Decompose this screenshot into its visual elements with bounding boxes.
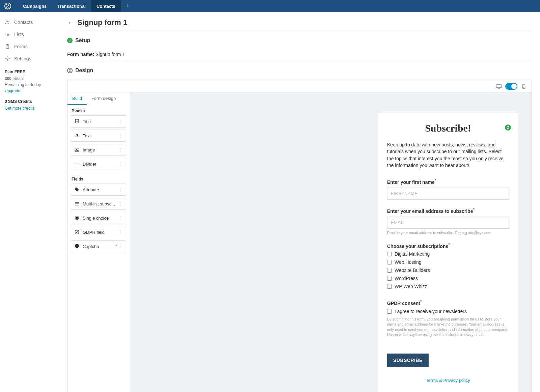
subscription-option[interactable]: Digital Marketing <box>387 251 509 257</box>
design-section-header[interactable]: 2 Design <box>67 67 532 74</box>
builder-panel: Build Form design Blocks HTitle⋮AText⋮Im… <box>68 92 130 392</box>
setup-section-header[interactable]: Setup <box>67 37 532 44</box>
drag-handle-icon: ⋮ <box>117 147 123 152</box>
subscription-checkbox[interactable] <box>387 252 392 256</box>
divider <box>67 31 532 31</box>
subscription-option[interactable]: WordPress <box>387 276 509 281</box>
plan-remaining: Remaining for today <box>5 82 54 87</box>
device-toggle[interactable] <box>505 83 517 90</box>
app-logo-icon <box>4 2 11 10</box>
firstname-label: Enter your first name* <box>387 178 509 185</box>
field-item-gdpr-field[interactable]: GDPR field⋮ <box>71 226 126 238</box>
sidebar-item-lists[interactable]: Lists <box>0 28 59 40</box>
block-label: Single choice <box>83 216 117 221</box>
design-toolbar <box>68 80 532 92</box>
sidebar-item-label: Lists <box>14 32 24 37</box>
email-label: Enter your email address to subscribe* <box>387 207 509 214</box>
block-item-image[interactable]: Image⋮ <box>71 144 126 156</box>
image-icon <box>74 147 80 153</box>
field-item-single-choice[interactable]: Single choice⋮ <box>71 212 126 224</box>
divider-icon <box>74 161 80 167</box>
block-item-divider[interactable]: Divider⋮ <box>71 158 126 170</box>
subscription-label: WordPress <box>395 276 418 281</box>
email-input[interactable] <box>387 217 509 229</box>
mobile-icon[interactable] <box>521 84 527 89</box>
design-area: Build Form design Blocks HTitle⋮AText⋮Im… <box>67 80 532 392</box>
back-arrow-icon[interactable]: ← <box>67 19 74 27</box>
firstname-input[interactable] <box>387 188 509 200</box>
blocks-section-label: Blocks <box>68 105 130 115</box>
nav-contacts[interactable]: Contacts <box>91 0 121 12</box>
sidebar: Contacts Lists Forms Settings Plan FREE … <box>0 12 59 392</box>
block-label: Multi-list subsc... <box>83 201 117 206</box>
desktop-icon[interactable] <box>496 84 502 89</box>
plan-info: Plan FREE 300 emails Remaining for today… <box>0 65 59 98</box>
form-description: Keep up to date with new posts, news, re… <box>387 141 509 169</box>
users-icon <box>5 20 10 25</box>
svg-rect-27 <box>75 230 79 234</box>
terms-link[interactable]: Terms & Privacy policy <box>426 378 470 383</box>
form-preview-card: G Subscribe! Keep up to date with new po… <box>378 113 518 392</box>
grammarly-badge-icon: G <box>505 124 511 131</box>
block-label: Divider <box>83 162 117 167</box>
sidebar-item-contacts[interactable]: Contacts <box>0 16 59 28</box>
subscription-checkbox[interactable] <box>387 260 392 264</box>
svg-point-15 <box>523 87 524 88</box>
gdpr-checkbox-row[interactable]: I agree to receive your newsletters <box>387 309 509 314</box>
form-name-row: Form name: Signup form 1 <box>67 52 532 57</box>
drag-handle-icon: ⋮ <box>117 133 123 138</box>
sidebar-item-label: Settings <box>14 56 31 61</box>
top-nav: Campaigns Transactional Contacts + <box>0 0 540 12</box>
drag-handle-icon: ⋮ <box>117 215 123 221</box>
gdpr-checkbox[interactable] <box>387 309 392 314</box>
fields-section-label: Fields <box>68 173 130 184</box>
clipboard-icon <box>5 44 10 49</box>
page-title: Signup form 1 <box>77 18 127 27</box>
check-icon <box>74 229 80 235</box>
subscribe-button[interactable]: SUBSCRIBE <box>387 354 429 367</box>
svg-point-17 <box>76 149 77 150</box>
tab-build[interactable]: Build <box>68 92 87 105</box>
subscription-option[interactable]: WP Web Whizz <box>387 284 509 289</box>
upgrade-link[interactable]: Upgrade <box>5 88 54 93</box>
drag-handle-icon: ⋮ <box>117 119 123 124</box>
subscription-checkbox[interactable] <box>387 268 392 273</box>
form-canvas: G Subscribe! Keep up to date with new po… <box>130 92 532 392</box>
terms-row: Terms & Privacy policy <box>387 378 509 383</box>
drag-handle-icon: ⋮ <box>117 229 123 235</box>
subscription-checkbox[interactable] <box>387 276 392 281</box>
field-item-multi-list-subsc[interactable]: Multi-list subsc...⋮ <box>71 198 126 210</box>
gdpr-check-label: I agree to receive your newsletters <box>395 309 467 314</box>
block-label: Captcha <box>83 244 115 249</box>
design-heading: Design <box>75 67 93 74</box>
nav-campaigns[interactable]: Campaigns <box>18 0 52 12</box>
subscription-option[interactable]: Website Builders <box>387 268 509 273</box>
subscription-label: Web Hosting <box>395 259 422 265</box>
block-item-text[interactable]: AText⋮ <box>71 130 126 142</box>
get-credits-link[interactable]: Get more credits <box>5 106 54 111</box>
nav-add-button[interactable]: + <box>121 3 134 10</box>
form-title: Subscribe! <box>387 122 509 134</box>
drag-handle-icon: ⋮ <box>117 187 123 192</box>
plan-title: Plan FREE <box>5 69 54 74</box>
sidebar-item-settings[interactable]: Settings <box>0 53 59 65</box>
svg-point-2 <box>8 21 9 22</box>
setup-heading: Setup <box>75 37 90 44</box>
svg-point-11 <box>7 58 8 59</box>
block-label: Image <box>83 147 117 152</box>
block-item-title[interactable]: HTitle⋮ <box>71 115 126 128</box>
subscription-checkbox[interactable] <box>387 284 392 289</box>
radio-icon <box>74 215 80 221</box>
field-item-attribute[interactable]: Attribute⋮ <box>71 184 126 196</box>
sidebar-item-forms[interactable]: Forms <box>0 40 59 53</box>
field-item-captcha[interactable]: Captcha*⋮ <box>71 240 126 252</box>
subscription-option[interactable]: Web Hosting <box>387 259 509 265</box>
tab-form-design[interactable]: Form design <box>87 92 120 105</box>
subscriptions-label: Choose your subscriptions* <box>387 242 509 249</box>
drag-handle-icon: ⋮ <box>117 201 123 206</box>
plan-email-unit: emails <box>11 76 24 81</box>
block-label: Text <box>83 133 117 138</box>
shield-icon <box>74 243 80 249</box>
nav-transactional[interactable]: Transactional <box>52 0 91 12</box>
lists-icon <box>5 32 10 37</box>
